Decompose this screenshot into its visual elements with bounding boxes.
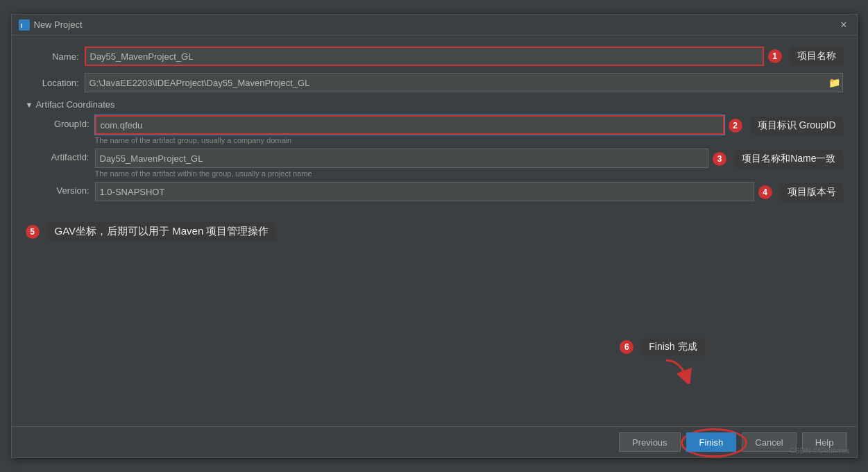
- badge-3: 3: [713, 152, 726, 166]
- badge-5: 5: [26, 225, 40, 239]
- dialog-footer: Previous Finish Cancel Help: [12, 426, 857, 457]
- finish-button-wrapper: Finish: [686, 432, 737, 452]
- artifactid-hint: The name of the artifact within the grou…: [95, 169, 709, 178]
- artifactid-label: ArtifactId:: [40, 149, 95, 162]
- dialog-icon: I: [19, 19, 30, 31]
- groupid-row: GroupId: The name of the artifact group,…: [40, 115, 843, 144]
- location-row: Location: 📁: [26, 73, 843, 92]
- location-input-wrapper: 📁: [85, 73, 843, 92]
- name-row: Name: 1 项目名称: [26, 47, 843, 66]
- badge-1: 1: [768, 49, 782, 63]
- dialog-content: Name: 1 项目名称 Location: 📁 ▼ Artifact Coor…: [12, 35, 857, 395]
- version-row: Version: 4 项目版本号: [40, 182, 843, 201]
- finish-button[interactable]: Finish: [686, 432, 737, 452]
- groupid-hint: The name of the artifact group, usually …: [95, 136, 724, 144]
- title-bar: I New Project ×: [12, 15, 857, 35]
- version-annotation: 4 项目版本号: [758, 183, 843, 201]
- folder-icon[interactable]: 📁: [828, 77, 840, 88]
- artifact-section: ▼ Artifact Coordinates GroupId: The name…: [26, 99, 843, 201]
- version-input[interactable]: [95, 182, 754, 201]
- artifactid-field-col: The name of the artifact within the grou…: [95, 149, 709, 178]
- groupid-input[interactable]: [95, 115, 724, 135]
- artifactid-input[interactable]: [95, 149, 709, 168]
- finish-arrow-icon: [659, 359, 694, 384]
- dialog-title: New Project: [34, 19, 83, 30]
- tooltip-2: 项目标识 GroupID: [751, 117, 843, 135]
- artifact-section-title: Artifact Coordinates: [35, 99, 114, 110]
- groupid-label: GroupId:: [40, 115, 95, 129]
- tooltip-6: Finish 完成: [642, 338, 704, 356]
- new-project-dialog: I New Project × Name: 1 项目名称 Location: 📁: [11, 14, 858, 458]
- finish-arrow-container: [26, 359, 843, 384]
- close-button[interactable]: ×: [837, 18, 849, 32]
- svg-text:I: I: [21, 22, 23, 29]
- title-bar-left: I New Project: [19, 19, 83, 31]
- collapse-arrow-icon: ▼: [26, 101, 33, 109]
- location-input[interactable]: [85, 73, 843, 92]
- tooltip-5: GAV坐标，后期可以用于 Maven 项目管理操作: [48, 222, 276, 241]
- tooltip-4: 项目版本号: [781, 183, 843, 201]
- previous-button[interactable]: Previous: [619, 432, 681, 452]
- version-label: Version:: [40, 182, 95, 196]
- badge-4: 4: [758, 185, 772, 199]
- name-annotation: 1 项目名称: [768, 47, 843, 65]
- artifactid-annotation: 3 项目名称和Name一致: [713, 150, 842, 168]
- artifact-fields: GroupId: The name of the artifact group,…: [26, 115, 843, 201]
- badge-6: 6: [620, 340, 633, 354]
- gav-annotation-row: 5 GAV坐标，后期可以用于 Maven 项目管理操作: [26, 222, 843, 241]
- location-label: Location:: [26, 78, 85, 88]
- version-field-col: [95, 182, 754, 201]
- cancel-button[interactable]: Cancel: [742, 432, 796, 452]
- artifactid-row: ArtifactId: The name of the artifact wit…: [40, 149, 843, 178]
- badge-2: 2: [729, 119, 742, 133]
- finish-annotation-row: 6 Finish 完成: [26, 338, 843, 356]
- watermark: CSDN ©Coutures: [790, 446, 850, 455]
- tooltip-1: 项目名称: [790, 47, 843, 65]
- artifact-header[interactable]: ▼ Artifact Coordinates: [26, 99, 843, 110]
- groupid-field-col: The name of the artifact group, usually …: [95, 115, 724, 144]
- tooltip-3: 项目名称和Name一致: [735, 150, 842, 168]
- name-input[interactable]: [85, 47, 764, 66]
- groupid-annotation: 2 项目标识 GroupID: [729, 117, 843, 135]
- name-label: Name:: [26, 51, 85, 62]
